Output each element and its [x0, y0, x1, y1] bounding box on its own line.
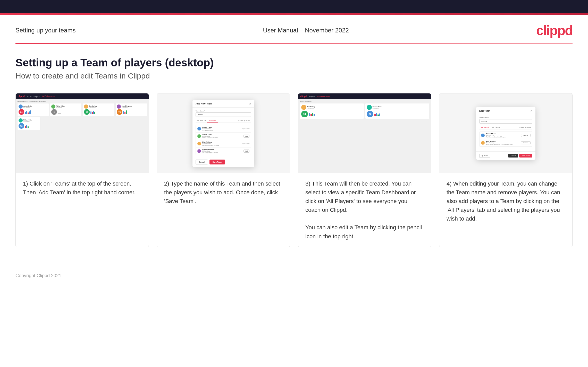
mock-edit-player-club-1: Plus HandicapThe Shire London, United Ki… [486, 135, 520, 138]
mock-dash-nav: clippd Players My Performance [298, 93, 431, 99]
mock-edit-title: Edit Team [479, 110, 490, 112]
mock-player-card-3: Blair McHarg Plus Handicap 94 [83, 103, 114, 116]
header: Setting up your teams User Manual – Nove… [0, 15, 588, 43]
mock-player-club-3: Plus HandicapRoyal North Devon Golf Club [202, 143, 240, 146]
card-1-text: 1) Click on 'Teams' at the top of the sc… [16, 173, 149, 247]
card-2: Add New Team ✕ Team Name * Team A My Tea… [157, 93, 290, 247]
mock-nav-bar: clippd Home Players My Performance [16, 93, 149, 99]
mock-edit-player-avatar-1 [481, 134, 485, 137]
mock-player-club-2: 1.5 HandicapCentral London Golf Centre [202, 135, 242, 138]
copyright-text: Copyright Clippd 2021 [15, 273, 61, 278]
mock-nav-my-performance: My Performance [42, 95, 55, 97]
mock-player-row-4: Dave Billingham 3.5 HandicapThe Drag Mag… [196, 147, 251, 155]
mock-player-club-4: 3.5 HandicapThe Drag Maging Golf Club [202, 150, 242, 153]
mock-player-card-4: Dave Billingham 3.5 Handicap 78 [115, 103, 147, 116]
mock-tab-filter[interactable]: ☐ Filter by name [237, 119, 251, 123]
card-2-text: 2) Type the name of this Team and then s… [157, 173, 290, 247]
mock-dialog-close-icon[interactable]: ✕ [249, 102, 251, 105]
mock-player-row-1: Adrian Player Plus HandicapThe Shire Lon… [196, 125, 251, 133]
mock-dash-logo: clippd [300, 95, 307, 98]
mock-delete-button[interactable]: 🗑 Delete [479, 154, 490, 158]
mock-edit-tab-my-team[interactable]: My Team (2) [479, 126, 491, 129]
mock-dash-grid: Blair McHarg Plus Handicap 94 [300, 103, 430, 119]
add-team-dialog-mockup: Add New Team ✕ Team Name * Team A My Tea… [192, 100, 254, 167]
mock-player-details-3: Blair McHarg Plus HandicapRoyal North De… [202, 141, 240, 146]
card-3-screenshot: clippd Players My Performance Team Dashb… [298, 93, 431, 173]
mock-logo: clippd [18, 95, 25, 98]
mock-player-status-3: Player Added [242, 143, 249, 144]
mock-player-list: Adrian Player Plus HandicapThe Shire Lon… [196, 125, 251, 155]
team-dashboard-mockup: clippd Players My Performance Team Dashb… [298, 93, 431, 173]
mock-edit-field-label: Team Name * [479, 117, 532, 118]
mock-edit-header: Edit Team ✕ [476, 107, 535, 114]
mock-edit-player-details-2: Blair McHarg Plus HandicapRoyal North De… [486, 141, 520, 145]
card-4: Edit Team ✕ Team Name * Team A My Team (… [439, 93, 573, 247]
mock-player-avatar-3 [197, 142, 201, 145]
mock-edit-player-details-1: Adrian Player Plus HandicapThe Shire Lon… [486, 133, 520, 138]
mock-field-label: Team Name * [196, 110, 251, 112]
mock-player-status-1: Player Added [242, 128, 249, 129]
mock-delete-icon: 🗑 [482, 155, 483, 156]
mock-edit-tab-filter[interactable]: ☐ Filter by name [518, 126, 532, 129]
mock-edit-save-button[interactable]: Save Team [519, 154, 532, 158]
mock-dialog-header: Add New Team ✕ [192, 100, 254, 108]
page-title: Setting up a Team of players (desktop) [15, 57, 573, 69]
mock-dash-nav-teams: My Performance [317, 95, 330, 97]
mock-cancel-button[interactable]: Cancel [196, 160, 208, 164]
mock-edit-player-row-1: Adrian Player Plus HandicapThe Shire Lon… [480, 132, 532, 139]
teams-screen-mockup: clippd Home Players My Performance Viewi… [16, 93, 149, 173]
mock-edit-tab-all-players[interactable]: All Players [491, 126, 501, 129]
card-4-screenshot: Edit Team ✕ Team Name * Team A My Team (… [439, 93, 572, 173]
page-subtitle: How to create and edit Teams in Clippd [15, 72, 573, 80]
mock-add-player-btn-2[interactable]: Add [243, 135, 249, 138]
mock-tab-my-team[interactable]: My Team (2) [196, 119, 207, 123]
mock-dialog-body: Team Name * Team A My Team (2) All Playe… [192, 108, 254, 160]
mock-dash-section: Team Dashboard [300, 101, 430, 102]
mock-player-avatar-2 [197, 134, 201, 138]
card-2-screenshot: Add New Team ✕ Team Name * Team A My Tea… [157, 93, 290, 173]
mock-dash-nav-players: Players [309, 95, 315, 97]
mock-section-label: Viewing 4 out of 4 players from All Play… [17, 101, 147, 102]
footer: Copyright Clippd 2021 [0, 268, 588, 284]
top-bar [0, 0, 588, 13]
mock-player-row-3: Blair McHarg Plus HandicapRoyal North De… [196, 140, 251, 147]
mock-dash-player-2: Richard Butler 2.5 Handicap 72 [365, 103, 430, 119]
mock-player-avatar-1 [197, 127, 201, 130]
mock-player-row-2: Adrian Coliba 1.5 HandicapCentral London… [196, 133, 251, 140]
mock-save-team-button[interactable]: Save Team [209, 160, 225, 164]
mock-remove-player-btn-1[interactable]: Remove [521, 134, 531, 137]
mock-tab-all-players[interactable]: All Players [207, 119, 217, 123]
mock-nav-players: Players [33, 95, 39, 97]
logo: clippd [536, 23, 573, 38]
card-4-text: 4) When editing your Team, you can chang… [439, 173, 572, 247]
mock-edit-team-name-input[interactable]: Team A [479, 119, 532, 124]
mock-edit-cancel-button[interactable]: Cancel [508, 154, 518, 158]
card-3-text: 3) This Team will then be created. You c… [298, 173, 431, 247]
mock-edit-footer: 🗑 Delete Cancel Save Team [476, 151, 535, 160]
mock-player-avatar-4 [197, 149, 201, 153]
mock-edit-tabs: My Team (2) All Players ☐ Filter by name [479, 126, 532, 129]
mock-player-details-2: Adrian Coliba 1.5 HandicapCentral London… [202, 134, 242, 138]
card-1-screenshot: clippd Home Players My Performance Viewi… [16, 93, 149, 173]
mock-remove-player-btn-2[interactable]: Remove [521, 141, 531, 144]
red-stripe [0, 13, 588, 15]
mock-player-card-1: Adrian Collins Plus Handicap 84 [17, 103, 49, 116]
mock-nav-home: Home [27, 95, 32, 97]
mock-dialog-tabs: My Team (2) All Players ☐ Filter by name [196, 119, 251, 123]
card-3: clippd Players My Performance Team Dashb… [298, 93, 431, 247]
mock-player-club-1: Plus HandicapThe Shire London [202, 128, 240, 131]
mock-dialog-title: Add New Team [196, 102, 212, 105]
mock-add-player-btn-4[interactable]: Add [243, 150, 249, 153]
page-content: Setting up a Team of players (desktop) H… [0, 44, 588, 268]
mock-player-card-2: Adrian Coliba 1.5 Handicap 0 [50, 103, 82, 116]
cards-row: clippd Home Players My Performance Viewi… [15, 93, 573, 247]
mock-players-grid: Adrian Collins Plus Handicap 84 [17, 103, 147, 116]
mock-edit-close-icon[interactable]: ✕ [530, 109, 532, 112]
mock-team-name-input[interactable]: Team A [196, 112, 251, 117]
mock-player-details-1: Adrian Player Plus HandicapThe Shire Lon… [202, 126, 240, 131]
edit-team-dialog-mockup: Edit Team ✕ Team Name * Team A My Team (… [476, 107, 535, 160]
mock-content: Viewing 4 out of 4 players from All Play… [16, 99, 149, 173]
mock-edit-body: Team Name * Team A My Team (2) All Playe… [476, 114, 535, 151]
mock-player-card-5: Richard Butler 2.5 Handicap 72 [17, 117, 40, 130]
mock-second-row: Richard Butler 2.5 Handicap 72 [17, 117, 147, 130]
